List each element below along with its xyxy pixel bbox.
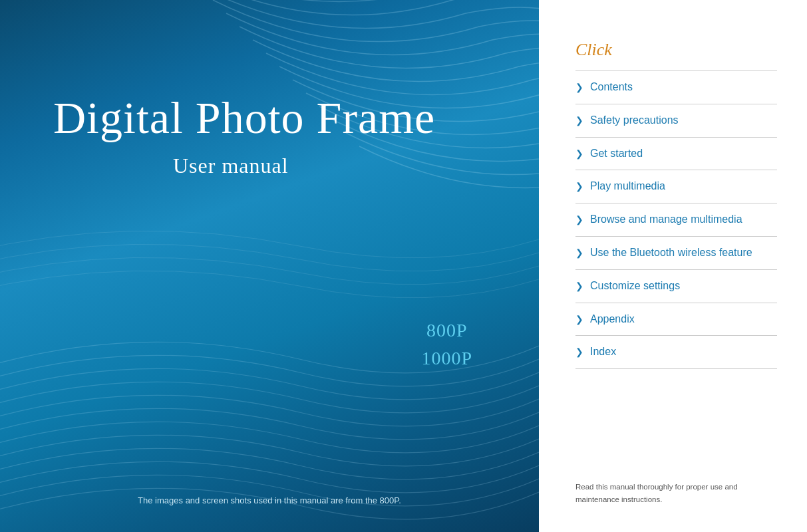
footer-note: Read this manual thoroughly for proper u… bbox=[575, 481, 777, 505]
nav-label-index: Index bbox=[590, 345, 616, 359]
nav-label-get-started: Get started bbox=[590, 147, 643, 161]
nav-arrow-appendix: ❯ bbox=[575, 314, 583, 325]
nav-item-contents[interactable]: ❯Contents bbox=[575, 71, 777, 104]
nav-list: ❯Contents❯Safety precautions❯Get started… bbox=[575, 71, 777, 465]
nav-item-get-started[interactable]: ❯Get started bbox=[575, 138, 777, 171]
nav-arrow-contents: ❯ bbox=[575, 82, 583, 93]
nav-label-browse-manage-multimedia: Browse and manage multimedia bbox=[590, 213, 742, 227]
nav-arrow-get-started: ❯ bbox=[575, 148, 583, 160]
click-label: Click bbox=[575, 40, 777, 60]
left-panel: Digital Photo Frame User manual 800P 100… bbox=[0, 0, 539, 532]
nav-arrow-index: ❯ bbox=[575, 346, 583, 358]
sub-title: User manual bbox=[173, 154, 435, 178]
nav-item-appendix[interactable]: ❯Appendix bbox=[575, 303, 777, 336]
nav-arrow-browse-manage-multimedia: ❯ bbox=[575, 214, 583, 225]
main-title: Digital Photo Frame bbox=[53, 93, 435, 143]
nav-arrow-safety-precautions: ❯ bbox=[575, 115, 583, 126]
nav-arrow-play-multimedia: ❯ bbox=[575, 181, 583, 192]
bottom-note: The images and screen shots used in this… bbox=[0, 495, 539, 505]
nav-item-customize-settings[interactable]: ❯Customize settings bbox=[575, 270, 777, 303]
nav-label-play-multimedia: Play multimedia bbox=[590, 180, 665, 194]
right-panel: Click ❯Contents❯Safety precautions❯Get s… bbox=[539, 0, 807, 532]
title-block: Digital Photo Frame User manual bbox=[53, 93, 435, 178]
nav-item-bluetooth[interactable]: ❯Use the Bluetooth wireless feature bbox=[575, 237, 777, 270]
nav-arrow-customize-settings: ❯ bbox=[575, 281, 583, 292]
model-800p: 800P bbox=[421, 317, 472, 344]
nav-label-safety-precautions: Safety precautions bbox=[590, 114, 679, 128]
nav-label-contents: Contents bbox=[590, 80, 633, 94]
nav-label-appendix: Appendix bbox=[590, 313, 635, 327]
nav-item-play-multimedia[interactable]: ❯Play multimedia bbox=[575, 170, 777, 203]
nav-item-index[interactable]: ❯Index bbox=[575, 336, 777, 369]
nav-item-browse-manage-multimedia[interactable]: ❯Browse and manage multimedia bbox=[575, 203, 777, 237]
nav-label-bluetooth: Use the Bluetooth wireless feature bbox=[590, 246, 752, 260]
nav-label-customize-settings: Customize settings bbox=[590, 279, 680, 293]
wave-overlay bbox=[0, 0, 539, 532]
model-block: 800P 1000P bbox=[421, 317, 472, 372]
nav-item-safety-precautions[interactable]: ❯Safety precautions bbox=[575, 104, 777, 138]
nav-arrow-bluetooth: ❯ bbox=[575, 247, 583, 259]
model-1000p: 1000P bbox=[421, 344, 472, 372]
